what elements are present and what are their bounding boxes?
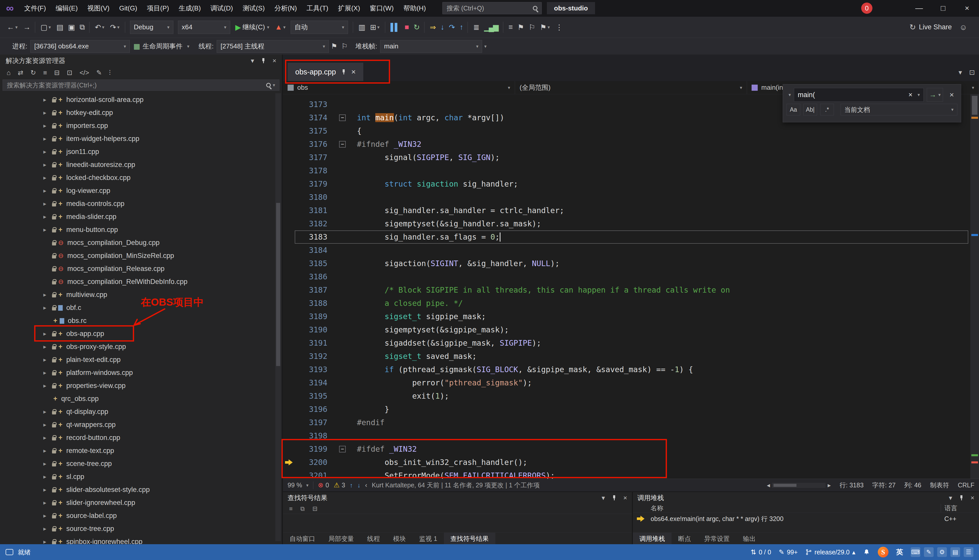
open-file-icon[interactable]: ▤ [54, 20, 65, 35]
chevron-expand-icon[interactable]: ▸ [43, 356, 52, 363]
close-button[interactable]: × [955, 0, 979, 16]
account-avatar[interactable]: 0 [861, 3, 872, 14]
tabs-indicator[interactable]: 制表符 [930, 481, 949, 489]
match-case-toggle[interactable]: Aa [787, 104, 800, 115]
code-line[interactable]: 3196 } [283, 403, 970, 416]
pin-icon[interactable] [959, 495, 964, 501]
glyph-margin[interactable] [283, 283, 296, 297]
eol-indicator[interactable]: CRLF [958, 482, 974, 489]
sogou-ime-icon[interactable]: S [878, 547, 889, 557]
fold-margin[interactable] [327, 151, 350, 164]
stack-frame-dropdown[interactable]: main ▾ [380, 40, 482, 53]
lifecycle-events-button[interactable]: ▦ 生命周期事件 ▾ [133, 42, 189, 51]
fold-margin[interactable] [327, 376, 350, 390]
tree-item-menu-button.cpp[interactable]: ▸+menu-button.cpp [0, 223, 274, 236]
code-line[interactable]: 3177 signal(SIGPIPE, SIG_IGN); [283, 151, 970, 164]
warnings-indicator[interactable]: ⚠ 3 [334, 481, 345, 489]
close-icon[interactable]: × [946, 90, 957, 99]
show-next-statement-icon[interactable]: ⇒ [427, 20, 438, 35]
chevron-expand-icon[interactable]: ▸ [43, 226, 52, 233]
step-into-icon[interactable]: ↓ [438, 20, 446, 35]
clear-icon[interactable]: × [908, 91, 912, 99]
code-line[interactable]: 3198 [283, 429, 970, 442]
close-icon[interactable]: × [971, 494, 974, 502]
code-view-icon[interactable]: </> [77, 69, 92, 77]
fold-margin[interactable] [327, 337, 350, 350]
glyph-margin[interactable] [283, 124, 296, 138]
toolbar-overflow-icon[interactable]: ⋮ [553, 20, 565, 35]
code-line[interactable]: 3190 sigemptyset(&sigpipe_mask); [283, 323, 970, 337]
chevron-expand-icon[interactable]: ▸ [43, 486, 52, 493]
menu-item[interactable]: 调试(D) [206, 0, 238, 16]
glyph-margin[interactable] [283, 270, 296, 283]
pin-icon[interactable] [341, 69, 346, 75]
fold-margin[interactable] [327, 177, 350, 191]
glyph-margin[interactable] [283, 164, 296, 177]
fold-margin[interactable] [327, 204, 350, 217]
tree-item-platform-windows.cpp[interactable]: ▸+platform-windows.cpp [0, 366, 274, 379]
chevron-expand-icon[interactable]: ▸ [43, 330, 52, 337]
fold-margin[interactable] [327, 191, 350, 204]
pending-edits[interactable]: ✎ 99+ [779, 548, 798, 556]
tab-obs-app-cpp[interactable]: obs-app.cpp × [288, 63, 363, 81]
copy-results-icon[interactable]: ⧉ [297, 505, 308, 512]
tree-item-multiview.cpp[interactable]: ▸+multiview.cpp [0, 288, 274, 301]
glyph-margin[interactable] [283, 257, 296, 270]
panel-tab-线程[interactable]: 线程 [360, 533, 387, 544]
code-line[interactable]: 3189 sigset_t sigpipe_mask; [283, 310, 970, 323]
code-line[interactable]: 3183 sig_handler.sa_flags = 0; [283, 230, 970, 244]
collapse-all-icon[interactable]: ⊟ [51, 69, 63, 77]
glyph-margin[interactable] [283, 390, 296, 403]
fold-margin[interactable] [327, 297, 350, 310]
break-all-icon[interactable]: ▌▌ [388, 20, 402, 35]
tree-item-media-controls.cpp[interactable]: ▸+media-controls.cpp [0, 197, 274, 210]
glyph-margin[interactable] [283, 138, 296, 151]
fold-margin[interactable] [327, 403, 350, 416]
code-line[interactable]: 3176−#ifndef _WIN32 [283, 138, 970, 151]
ime-keyboard-icon[interactable]: ⌨ [911, 547, 921, 557]
hot-reload-icon[interactable]: ▲▾ [272, 20, 289, 35]
glyph-margin[interactable] [283, 111, 296, 124]
maximize-button[interactable]: □ [931, 0, 955, 16]
errors-indicator[interactable]: ⊗ 0 [318, 481, 329, 489]
fold-margin[interactable]: − [327, 442, 350, 456]
notification-bell-icon[interactable] [863, 548, 870, 556]
code-line[interactable]: 3182 sigemptyset(&sig_handler.sa_mask); [283, 217, 970, 230]
tree-item-mocs_compilation_RelWithDebInfo.cpp[interactable]: ⊖mocs_compilation_RelWithDebInfo.cpp [0, 275, 274, 288]
fold-margin[interactable] [327, 416, 350, 429]
code-line[interactable]: 3184 [283, 244, 970, 257]
new-file-icon[interactable]: ▢▾ [38, 20, 53, 35]
fold-margin[interactable] [327, 98, 350, 111]
glyph-margin[interactable] [283, 151, 296, 164]
chevron-expand-icon[interactable]: ▸ [43, 304, 52, 311]
chevron-expand-icon[interactable]: ▸ [43, 174, 52, 181]
code-line[interactable]: 3185 sigaction(SIGINT, &sig_handler, NUL… [283, 257, 970, 270]
save-icon[interactable]: ▣ [65, 20, 77, 35]
hot-reload-mode-dropdown[interactable]: 自动▾ [291, 21, 348, 34]
column-name[interactable]: 名称 [633, 504, 941, 512]
fold-margin[interactable] [327, 429, 350, 442]
tree-item-remote-text.cpp[interactable]: ▸+remote-text.cpp [0, 444, 274, 457]
scope-dropdown[interactable]: (全局范围) ▾ [515, 81, 747, 94]
chevron-down-icon[interactable]: ▾ [251, 57, 254, 65]
code-line[interactable]: 3193 if (pthread_sigmask(SIG_BLOCK, &sig… [283, 363, 970, 376]
fold-margin[interactable]: − [327, 138, 350, 151]
chevron-expand-icon[interactable]: ▸ [43, 187, 52, 194]
nav-forward-icon[interactable]: → [20, 20, 32, 35]
tree-item-locked-checkbox.cpp[interactable]: ▸+locked-checkbox.cpp [0, 171, 274, 184]
immediate-window-icon[interactable]: ≣ [470, 20, 481, 35]
bookmark-flag-icon[interactable]: ⚑ [515, 20, 526, 35]
pin-icon[interactable] [612, 495, 617, 501]
code-line[interactable]: 3200 obs_init_win32_crash_handler(); [283, 456, 970, 469]
fold-margin[interactable] [327, 164, 350, 177]
home-icon[interactable]: ⌂ [3, 69, 14, 77]
code-line[interactable]: 3191 sigaddset(&sigpipe_mask, SIGPIPE); [283, 337, 970, 350]
tree-item-obs-proxy-style.cpp[interactable]: ▸+obs-proxy-style.cpp [0, 340, 274, 353]
chevron-expand-icon[interactable]: ▸ [43, 434, 52, 441]
history-chevron-icon[interactable]: ▾ [917, 92, 920, 98]
tree-item-item-widget-helpers.cpp[interactable]: ▸+item-widget-helpers.cpp [0, 132, 274, 145]
glyph-margin[interactable] [283, 456, 296, 469]
chevron-expand-icon[interactable]: ▸ [43, 525, 52, 532]
window-options-icon[interactable]: ⊡ [969, 68, 975, 77]
toolbar-options-icon[interactable]: ▾ [484, 43, 487, 49]
